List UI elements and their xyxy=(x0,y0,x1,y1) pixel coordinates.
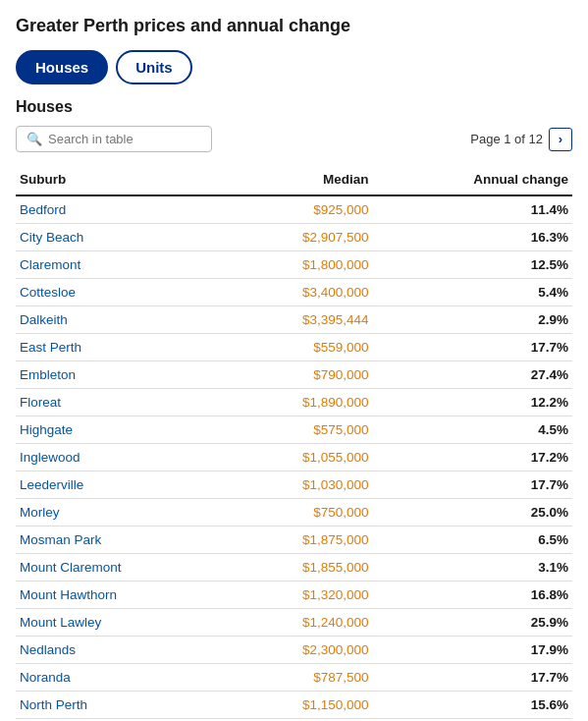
cell-change: 15.6% xyxy=(372,692,572,719)
cell-median: $1,320,000 xyxy=(229,582,373,609)
cell-suburb[interactable]: Mount Hawthorn xyxy=(16,582,229,609)
cell-change: 12.5% xyxy=(372,251,572,279)
cell-median: $3,400,000 xyxy=(229,279,373,306)
col-change: Annual change xyxy=(372,166,572,195)
cell-suburb[interactable]: Inglewood xyxy=(16,444,229,471)
cell-suburb[interactable]: Floreat xyxy=(16,389,229,416)
col-median: Median xyxy=(229,166,373,195)
tab-units[interactable]: Units xyxy=(116,50,192,84)
table-row: North Perth$1,150,00015.6% xyxy=(16,692,572,719)
cell-change: 25.0% xyxy=(372,499,572,527)
cell-suburb[interactable]: East Perth xyxy=(16,334,229,361)
table-row: Highgate$575,0004.5% xyxy=(16,416,572,444)
cell-suburb[interactable]: Dalkeith xyxy=(16,306,229,334)
cell-change: 27.4% xyxy=(372,361,572,389)
table-row: Morley$750,00025.0% xyxy=(16,499,572,527)
cell-suburb[interactable]: Mount Claremont xyxy=(16,554,229,582)
table-row: Mount Lawley$1,240,00025.9% xyxy=(16,609,572,637)
search-input[interactable] xyxy=(48,132,201,146)
cell-suburb[interactable]: Nedlands xyxy=(16,637,229,664)
cell-median: $750,000 xyxy=(229,499,373,527)
table-row: Mosman Park$1,875,0006.5% xyxy=(16,527,572,554)
cell-suburb[interactable]: Embleton xyxy=(16,361,229,389)
cell-median: $1,030,000 xyxy=(229,471,373,499)
controls-row: 🔍 Page 1 of 12 › xyxy=(16,126,572,152)
cell-suburb[interactable]: North Perth xyxy=(16,692,229,719)
cell-suburb[interactable]: City Beach xyxy=(16,224,229,251)
cell-median: $787,500 xyxy=(229,664,373,692)
cell-suburb[interactable]: Claremont xyxy=(16,251,229,279)
search-box: 🔍 xyxy=(16,126,212,152)
cell-change: 12.2% xyxy=(372,389,572,416)
table-row: Claremont$1,800,00012.5% xyxy=(16,251,572,279)
cell-change: 4.5% xyxy=(372,416,572,444)
page-title: Greater Perth prices and annual change xyxy=(16,16,572,36)
table-row: Dalkeith$3,395,4442.9% xyxy=(16,306,572,334)
cell-change: 16.3% xyxy=(372,224,572,251)
table-header-row: Suburb Median Annual change xyxy=(16,166,572,195)
cell-suburb[interactable]: Highgate xyxy=(16,416,229,444)
cell-suburb[interactable]: Mount Lawley xyxy=(16,609,229,637)
cell-median: $2,300,000 xyxy=(229,637,373,664)
cell-median: $1,240,000 xyxy=(229,609,373,637)
table-row: Mount Hawthorn$1,320,00016.8% xyxy=(16,582,572,609)
cell-suburb[interactable]: Mosman Park xyxy=(16,527,229,554)
table-row: Noranda$787,50017.7% xyxy=(16,664,572,692)
col-suburb: Suburb xyxy=(16,166,229,195)
cell-change: 11.4% xyxy=(372,195,572,224)
pagination: Page 1 of 12 › xyxy=(470,128,572,151)
tab-houses[interactable]: Houses xyxy=(16,50,108,84)
cell-suburb[interactable]: Leederville xyxy=(16,471,229,499)
cell-suburb[interactable]: Bedford xyxy=(16,195,229,224)
section-heading: Houses xyxy=(16,98,572,116)
table-row: Inglewood$1,055,00017.2% xyxy=(16,444,572,471)
cell-median: $2,907,500 xyxy=(229,224,373,251)
cell-change: 17.9% xyxy=(372,637,572,664)
cell-change: 25.9% xyxy=(372,609,572,637)
table-row: City Beach$2,907,50016.3% xyxy=(16,224,572,251)
table-row: Cottesloe$3,400,0005.4% xyxy=(16,279,572,306)
cell-change: 17.7% xyxy=(372,664,572,692)
cell-median: $575,000 xyxy=(229,416,373,444)
tab-row: Houses Units xyxy=(16,50,572,84)
cell-change: 2.9% xyxy=(372,306,572,334)
cell-suburb[interactable]: Cottesloe xyxy=(16,279,229,306)
next-page-button[interactable]: › xyxy=(549,128,572,151)
cell-change: 6.5% xyxy=(372,527,572,554)
cell-suburb[interactable]: Noranda xyxy=(16,664,229,692)
data-table: Suburb Median Annual change Bedford$925,… xyxy=(16,166,572,721)
cell-median: $1,855,000 xyxy=(229,554,373,582)
table-row: Embleton$790,00027.4% xyxy=(16,361,572,389)
cell-median: $1,055,000 xyxy=(229,444,373,471)
cell-median: $1,890,000 xyxy=(229,389,373,416)
table-row: Bedford$925,00011.4% xyxy=(16,195,572,224)
cell-change: 16.8% xyxy=(372,582,572,609)
cell-change: 5.4% xyxy=(372,279,572,306)
pagination-text: Page 1 of 12 xyxy=(470,132,543,146)
cell-median: $790,000 xyxy=(229,361,373,389)
cell-median: $3,395,444 xyxy=(229,306,373,334)
cell-median: $1,800,000 xyxy=(229,251,373,279)
table-row: Mount Claremont$1,855,0003.1% xyxy=(16,554,572,582)
cell-change: 3.1% xyxy=(372,554,572,582)
cell-median: $1,150,000 xyxy=(229,692,373,719)
cell-change: 17.7% xyxy=(372,471,572,499)
table-row: East Perth$559,00017.7% xyxy=(16,334,572,361)
table-row: Leederville$1,030,00017.7% xyxy=(16,471,572,499)
cell-median: $559,000 xyxy=(229,334,373,361)
cell-change: 17.2% xyxy=(372,444,572,471)
cell-median: $925,000 xyxy=(229,195,373,224)
search-icon: 🔍 xyxy=(27,132,42,146)
table-row: Floreat$1,890,00012.2% xyxy=(16,389,572,416)
table-row: Nedlands$2,300,00017.9% xyxy=(16,637,572,664)
cell-suburb[interactable]: Morley xyxy=(16,499,229,527)
cell-change: 17.7% xyxy=(372,334,572,361)
cell-median: $1,875,000 xyxy=(229,527,373,554)
